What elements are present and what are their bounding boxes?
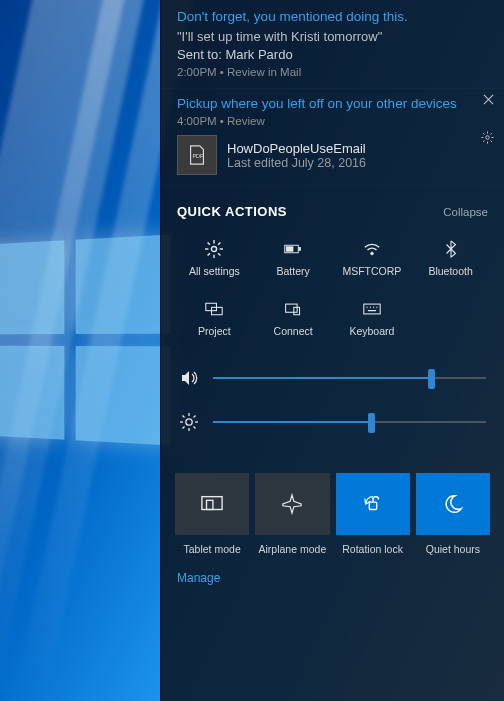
tile-labels: Tablet mode Airplane mode Rotation lock … [161,539,504,555]
svg-line-15 [208,243,210,245]
qa-connect[interactable]: Connect [256,291,331,347]
tiles-row [161,463,504,539]
svg-line-39 [194,427,196,429]
notification-meta: 2:00PMReview in Mail [177,66,488,78]
svg-line-41 [194,416,196,418]
file-edited: Last edited July 28, 2016 [227,156,366,170]
volume-slider[interactable] [213,371,486,385]
notification-body-quote: "I'll set up time with Kristi tomorrow" [177,28,488,46]
svg-line-6 [491,141,492,142]
svg-text:PDF: PDF [192,153,204,159]
svg-point-33 [186,419,192,425]
windows-logo [0,235,170,446]
project-icon [179,297,250,321]
brightness-slider[interactable] [213,415,486,429]
sliders-section [161,347,504,463]
volume-icon [179,369,199,387]
notification-sent-to: Sent to: Mark Pardo [177,46,488,64]
wifi-icon [337,237,408,261]
tile-tablet-mode[interactable] [175,473,249,535]
pdf-icon: PDF [177,135,217,175]
svg-rect-20 [286,247,293,252]
svg-line-16 [219,253,221,255]
gear-icon [179,237,250,261]
qa-battery[interactable]: Battery [256,231,331,287]
tile-quiet-hours[interactable] [416,473,490,535]
keyboard-icon [337,297,408,321]
notification-resume-devices[interactable]: Pickup where you left off on your other … [161,89,504,186]
tile-label: Rotation lock [336,543,410,555]
svg-point-0 [486,136,490,140]
tile-label: Quiet hours [416,543,490,555]
svg-line-8 [491,133,492,134]
svg-line-17 [208,253,210,255]
battery-icon [258,237,329,261]
quick-actions-section: QUICK ACTIONS Collapse All settings Batt… [161,186,504,347]
notification-meta: 4:00PMReview [177,115,488,127]
notification-cortana-reminder[interactable]: Don't forget, you mentioned doing this. … [161,2,504,89]
qa-project[interactable]: Project [177,291,252,347]
bluetooth-icon [415,237,486,261]
svg-line-38 [183,416,185,418]
gear-icon[interactable] [481,131,494,147]
svg-line-18 [219,243,221,245]
qa-wifi[interactable]: MSFTCORP [335,231,410,287]
notification-title-link[interactable]: Pickup where you left off on your other … [177,95,488,113]
volume-slider-row [179,369,486,387]
notification-file-row[interactable]: PDF HowDoPeopleUseEmail Last edited July… [177,135,488,175]
notifications-list: Don't forget, you mentioned doing this. … [161,0,504,186]
svg-rect-21 [299,248,301,251]
svg-line-40 [183,427,185,429]
svg-line-7 [483,141,484,142]
quick-actions-title: QUICK ACTIONS [177,204,287,219]
qa-keyboard[interactable]: Keyboard [335,291,410,347]
tile-label: Tablet mode [175,543,249,555]
action-center-panel: Don't forget, you mentioned doing this. … [160,0,504,701]
tile-rotation-lock[interactable] [336,473,410,535]
svg-point-22 [371,252,374,255]
svg-rect-44 [369,502,376,509]
svg-rect-25 [286,304,297,312]
svg-rect-43 [207,500,213,509]
manage-link[interactable]: Manage [161,555,504,585]
brightness-slider-row [179,413,486,431]
tile-label: Airplane mode [255,543,329,555]
svg-point-10 [212,246,217,251]
qa-all-settings[interactable]: All settings [177,231,252,287]
collapse-link[interactable]: Collapse [443,206,488,218]
connect-icon [258,297,329,321]
svg-rect-27 [364,304,380,314]
close-icon[interactable] [483,93,494,108]
file-name: HowDoPeopleUseEmail [227,141,366,156]
tile-airplane-mode[interactable] [255,473,329,535]
svg-line-5 [483,133,484,134]
notification-title-link[interactable]: Don't forget, you mentioned doing this. [177,8,488,26]
brightness-icon [179,413,199,431]
svg-rect-42 [202,497,222,510]
qa-bluetooth[interactable]: Bluetooth [413,231,488,287]
